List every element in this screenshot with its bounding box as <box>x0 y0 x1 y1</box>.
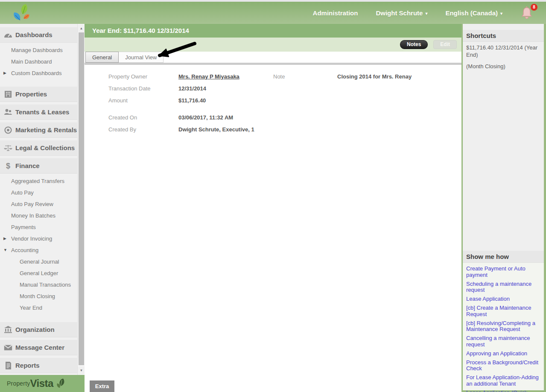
field-label: Property Owner <box>108 73 178 85</box>
sidebar-section-organization[interactable]: Organization <box>0 322 77 337</box>
help-link[interactable]: Process a Background/Credit Check <box>466 360 540 372</box>
help-link[interactable]: Create Payment or Auto payment <box>466 266 540 278</box>
shortcut-year-end[interactable]: $11,716.40 12/31/2014 (Year End) <box>463 42 544 61</box>
field-value: $11,716.40 <box>178 97 206 109</box>
three-leaves-logo-icon <box>11 3 32 23</box>
menu-administration[interactable]: Administration <box>313 9 358 17</box>
people-icon <box>4 108 12 116</box>
sidebar-section-properties[interactable]: Properties <box>0 87 77 102</box>
sidebar-item-payments[interactable]: Payments <box>0 221 77 233</box>
chevron-down-icon: ▾ <box>425 11 427 16</box>
field-label: Created By <box>108 126 178 138</box>
gauge-icon <box>4 31 12 39</box>
scrollbar-thumb[interactable] <box>79 32 84 365</box>
field-value: 12/31/2014 <box>178 85 206 97</box>
collapsed-arrow-icon[interactable]: ▶ <box>3 67 6 79</box>
shortcuts-panel: Shortcuts $11,716.40 12/31/2014 (Year En… <box>463 24 544 72</box>
vista-leaf-logo-icon <box>55 378 67 389</box>
sidebar-section-marketing-rentals[interactable]: Marketing & Rentals <box>0 122 77 138</box>
svg-text:$: $ <box>6 162 10 170</box>
chevron-down-icon: ▾ <box>500 11 502 16</box>
help-link[interactable]: Scheduling a maintenance request <box>466 281 540 293</box>
page-title: Year End: $11,716.40 12/31/2014 <box>85 24 461 38</box>
sidebar-section-finance[interactable]: $ Finance <box>0 158 77 174</box>
sidebar-section-message-center[interactable]: Message Center <box>0 340 77 355</box>
sidebar-item-month-closing[interactable]: Month Closing <box>0 290 77 302</box>
help-link[interactable]: Lease Application <box>466 296 540 302</box>
menu-language-dropdown[interactable]: English (Canada)▾ <box>445 9 502 17</box>
help-link[interactable]: Lease Application (Quick Invite) <box>466 390 540 392</box>
report-icon <box>4 361 12 370</box>
extra-button[interactable]: Extra <box>90 380 114 392</box>
target-icon <box>4 126 12 134</box>
dollar-icon: $ <box>4 162 12 170</box>
field-label: Amount <box>108 97 178 109</box>
help-link[interactable]: [cb] Resolving/Completing a Maintenance … <box>466 320 540 333</box>
sidebar-item-manage-dashboards[interactable]: Manage Dashboards <box>0 44 77 56</box>
scroll-down-arrow-icon[interactable]: ▼ <box>78 367 85 374</box>
sidebar-item-general-journal[interactable]: General Journal <box>0 256 77 267</box>
sidebar-item-auto-pay[interactable]: Auto Pay <box>0 187 77 198</box>
record-details: Property Owner Mrs. Renay P Miyasaka Tra… <box>85 65 461 138</box>
sidebar-item-general-ledger[interactable]: General Ledger <box>0 267 77 279</box>
sidebar-item-aggregated-transfers[interactable]: Aggregated Transfers <box>0 175 77 187</box>
field-label: Transaction Date <box>108 85 178 97</box>
property-vista-app: Administration Dwight Schrute▾ English (… <box>0 0 546 392</box>
note-value: Closing 2014 for Mrs. Renay <box>337 73 412 80</box>
property-owner-link[interactable]: Mrs. Renay P Miyasaka <box>178 73 239 85</box>
notification-count-badge: 8 <box>531 4 537 11</box>
show-me-how-heading: Show me how <box>463 251 544 263</box>
scroll-up-arrow-icon[interactable]: ▲ <box>78 25 85 32</box>
field-row: Created On 03/06/2017, 11:32 AM <box>108 114 461 126</box>
help-link[interactable]: Cancelling a maintenance request <box>466 335 540 348</box>
sidebar-scrollbar[interactable]: ▲ ▼ <box>77 24 85 375</box>
show-me-how-links: Create Payment or Auto payment Schedulin… <box>463 263 544 392</box>
tab-general[interactable]: General <box>85 52 119 63</box>
sidebar-item-vendor-invoicing[interactable]: ▶ Vendor Invoicing <box>0 233 77 244</box>
shortcuts-heading: Shortcuts <box>463 30 544 42</box>
sidebar-item-auto-pay-review[interactable]: Auto Pay Review <box>0 198 77 210</box>
main-content: Year End: $11,716.40 12/31/2014 Notes Ed… <box>85 24 461 392</box>
sidebar-item-manual-transactions[interactable]: Manual Transactions <box>0 279 77 290</box>
field-row: Created By Dwight Schrute, Executive, 1 <box>108 126 461 138</box>
sidebar-section-legal-collections[interactable]: Legal & Collections <box>0 140 77 156</box>
tab-bar: General Journal View <box>85 52 461 63</box>
field-label: Created On <box>108 114 178 126</box>
field-row: Transaction Date 12/31/2014 <box>108 85 461 97</box>
sidebar-item-year-end[interactable]: Year End <box>0 302 77 314</box>
note-label: Note <box>273 73 337 80</box>
sidebar-section-reports[interactable]: Reports <box>0 358 77 373</box>
field-value: 03/06/2017, 11:32 AM <box>178 114 233 126</box>
sidebar-item-custom-dashboards[interactable]: ▶ Custom Dashboards <box>0 67 77 79</box>
envelope-icon <box>4 343 12 352</box>
property-vista-footer-logo: PropertyVista <box>0 375 85 392</box>
tab-journal-view[interactable]: Journal View <box>119 52 164 63</box>
help-link[interactable]: Approving an Application <box>466 351 540 357</box>
help-link[interactable]: For Lease Application-Adding an addition… <box>466 375 540 387</box>
show-me-how-panel: Show me how Create Payment or Auto payme… <box>463 251 544 390</box>
collapsed-arrow-icon[interactable]: ▶ <box>3 233 6 244</box>
app-header: Administration Dwight Schrute▾ English (… <box>0 2 546 24</box>
left-navigation-sidebar: Dashboards Manage Dashboards Main Dashbo… <box>0 24 85 375</box>
action-bar: Notes Edit <box>85 38 461 52</box>
sidebar-item-main-dashboard[interactable]: Main Dashboard <box>0 56 77 67</box>
note-field-row: Note Closing 2014 for Mrs. Renay <box>273 73 412 80</box>
help-link[interactable]: [cb] Create a Maintenance Request <box>466 305 540 317</box>
notes-button[interactable]: Notes <box>400 40 428 49</box>
sidebar-section-tenants-leases[interactable]: Tenants & Leases <box>0 105 77 120</box>
field-row: Amount $11,716.40 <box>108 97 461 109</box>
edit-button-disabled[interactable]: Edit <box>433 40 457 49</box>
menu-user-dropdown[interactable]: Dwight Schrute▾ <box>376 9 427 17</box>
scales-icon <box>4 144 12 152</box>
notification-bell-button[interactable]: 8 <box>520 6 535 20</box>
sidebar-item-accounting[interactable]: ▼ Accounting <box>0 244 77 256</box>
bank-icon <box>4 325 12 334</box>
shortcut-month-closing[interactable]: (Month Closing) <box>463 61 544 72</box>
expanded-arrow-icon[interactable]: ▼ <box>3 244 7 256</box>
nav-list: Dashboards Manage Dashboards Main Dashbo… <box>0 24 77 373</box>
sidebar-item-money-in-batches[interactable]: Money In Batches <box>0 210 77 221</box>
sidebar-section-dashboards[interactable]: Dashboards <box>0 27 77 43</box>
building-icon <box>4 90 12 99</box>
field-value: Dwight Schrute, Executive, 1 <box>178 126 254 138</box>
right-sidebar: Shortcuts $11,716.40 12/31/2014 (Year En… <box>461 24 546 392</box>
